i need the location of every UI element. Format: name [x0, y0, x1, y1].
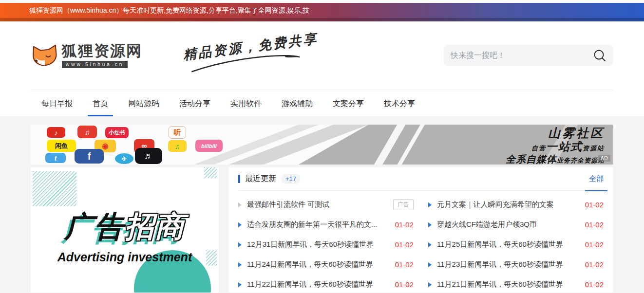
xiaohongshu-icon: 小红书: [105, 127, 129, 138]
item-date: 01-02: [395, 240, 414, 249]
list-item[interactable]: 穿越火线CF端游老用户领3Q币 01-02: [428, 215, 604, 235]
list-item[interactable]: 11月25日新闻早讯，每天60秒读懂世界 01-02: [428, 235, 604, 255]
item-arrow-icon: [428, 242, 432, 247]
recent-updates-header: 最近更新 +17 全部: [238, 167, 604, 191]
search-button[interactable]: [593, 49, 606, 62]
list-item[interactable]: 11月22日新闻早讯，每天60秒读懂世界 01-02: [238, 275, 414, 293]
list-item[interactable]: 最强邮件引流软件 可测试 广告: [238, 195, 414, 215]
item-date: 01-02: [585, 280, 604, 289]
list-item[interactable]: 11月24日新闻早讯，每天60秒读懂世界 01-02: [238, 255, 414, 275]
search-box: [444, 45, 613, 66]
nav-item-tech-share[interactable]: 技术分享: [384, 90, 415, 116]
item-arrow-icon: [238, 262, 242, 267]
ad-tag: 广告: [393, 199, 414, 210]
main-nav: 每日早报 首页 网站源码 活动分享 实用软件 游戏辅助 文案分享 技术分享: [31, 90, 613, 116]
banner-line-3: 全系自媒体业务齐全资源站: [506, 154, 605, 164]
item-arrow-icon: [238, 222, 242, 227]
article-list-right: 元月文案｜让人瞬间充满希望的文案 01-02 穿越火线CF端游老用户领3Q币 0…: [428, 195, 604, 293]
fox-logo-icon: [31, 43, 58, 68]
nav-item-activity-share[interactable]: 活动分享: [179, 90, 210, 116]
site-title: 狐狸资源网: [62, 43, 142, 59]
section-title: 最近更新: [245, 174, 276, 184]
update-count-badge: +17: [281, 174, 301, 184]
nav-item-game-assist[interactable]: 游戏辅助: [282, 90, 313, 116]
topbar-notice: 狐狸资源网（www.5inhua.cn）每天准时更新,免费网络资源,分享平台,聚…: [0, 3, 644, 21]
banner-line-2: 自营一站式资源站: [506, 141, 605, 152]
recent-updates-card: 最近更新 +17 全部 最强邮件引流软件 可测试 广告: [228, 167, 613, 293]
red-swirl-app-icon: ♫: [77, 126, 97, 138]
item-arrow-icon: [428, 202, 432, 207]
telegram-icon: ✈: [115, 153, 133, 164]
bilibili-icon: bilibili: [195, 140, 223, 152]
list-item[interactable]: 12月31日新闻早讯，每天60秒读懂世界 01-02: [238, 235, 414, 255]
nav-item-home[interactable]: 首页: [93, 90, 108, 116]
item-arrow-icon: [428, 262, 432, 267]
item-arrow-icon: [238, 242, 242, 247]
section-accent-bar: [238, 175, 240, 183]
nav-item-useful-software[interactable]: 实用软件: [230, 90, 262, 116]
article-list-left: 最强邮件引流软件 可测试 广告 适合发朋友圈的新年第一天很平凡的文... 01-…: [238, 195, 414, 293]
list-item[interactable]: 适合发朋友圈的新年第一天很平凡的文... 01-02: [238, 215, 414, 235]
twitter-icon: t: [45, 153, 66, 163]
topbar-notice-text: 狐狸资源网（www.5inhua.cn）每天准时更新,免费网络资源,分享平台,聚…: [29, 6, 310, 14]
item-date: 01-02: [585, 220, 604, 229]
ad-label-badge: AD: [598, 155, 610, 162]
search-input[interactable]: [451, 51, 593, 60]
item-date: 01-02: [585, 240, 604, 249]
facebook-icon: f: [75, 149, 104, 164]
item-date: 01-02: [585, 260, 604, 269]
banner-ad[interactable]: ♪ ♫ 小红书 听 闲鱼 ◉ ∞ ♫ bilibili t f ✈ ♬ 山雾社区…: [31, 125, 613, 165]
nav-item-copywriting-share[interactable]: 文案分享: [333, 90, 364, 116]
list-item[interactable]: 元月文案｜让人瞬间充满希望的文案 01-02: [428, 195, 604, 215]
list-item[interactable]: 11月21日新闻早讯，每天60秒读懂世界 01-02: [428, 275, 604, 293]
item-arrow-icon: [238, 202, 242, 207]
site-header: 狐狸资源网 www.5inhua.cn 精品资源，免费共享 每日早报 首页 网站: [0, 21, 644, 116]
site-domain: www.5inhua.cn: [62, 61, 128, 68]
item-arrow-icon: [428, 222, 432, 227]
ad-subtitle: Advertising investment: [31, 250, 219, 264]
item-date: 01-02: [395, 280, 414, 289]
item-arrow-icon: [428, 282, 432, 287]
item-arrow-icon: [238, 282, 242, 287]
hatch-square-decoration: [33, 171, 76, 206]
item-date: 01-02: [395, 220, 414, 229]
item-date: 01-02: [585, 201, 604, 209]
qq-music-icon: ♫: [168, 140, 187, 152]
site-slogan: 精品资源，免费共享: [182, 30, 319, 64]
ad-title: 广告招商: [31, 212, 219, 241]
view-all-link[interactable]: 全部: [589, 167, 604, 191]
banner-line-1: 山雾社区: [506, 127, 605, 139]
nav-item-daily-report[interactable]: 每日早报: [41, 90, 73, 116]
xianyu-icon: 闲鱼: [47, 140, 76, 152]
list-item[interactable]: 11月23日新闻早讯，每天60秒读懂世界 01-02: [428, 255, 604, 275]
item-date: 01-02: [395, 260, 414, 269]
hatch-square-decoration: [204, 167, 217, 178]
search-icon: [593, 49, 606, 62]
site-logo[interactable]: 狐狸资源网 www.5inhua.cn: [31, 43, 142, 68]
douyin-icon: ♬: [135, 148, 162, 164]
advertising-investment-card[interactable]: 广告招商 Advertising investment: [31, 167, 219, 293]
netease-music-icon: ♪: [47, 127, 65, 138]
banner-slogan-text: 山雾社区 自营一站式资源站 全系自媒体业务齐全资源站: [506, 127, 605, 164]
nav-item-website-source[interactable]: 网站源码: [128, 90, 159, 116]
ting-app-icon: 听: [169, 126, 186, 139]
